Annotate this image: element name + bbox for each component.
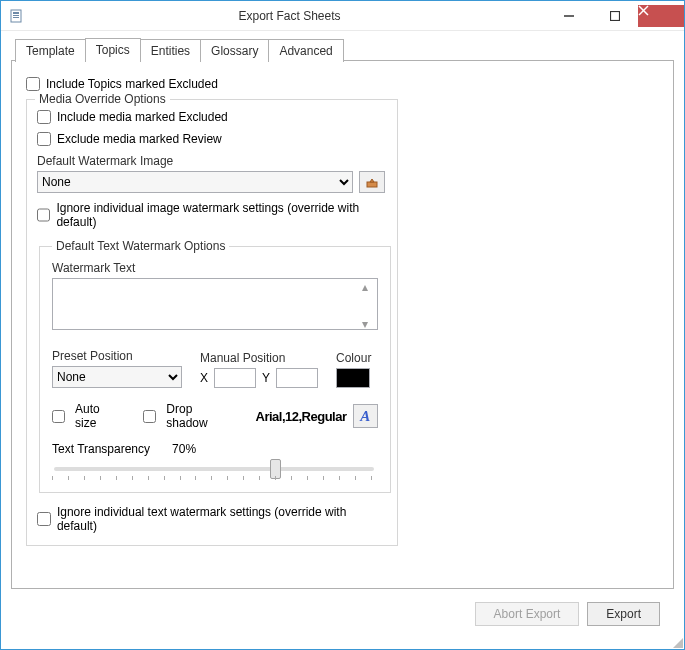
titlebar: Export Fact Sheets: [1, 1, 684, 31]
watermark-text-label: Watermark Text: [52, 261, 378, 275]
exclude-media-review-checkbox[interactable]: [37, 132, 51, 146]
svg-rect-2: [13, 15, 19, 16]
tab-page-topics: Include Topics marked Excluded Media Ove…: [11, 60, 674, 589]
auto-size-checkbox[interactable]: [52, 410, 65, 423]
exclude-media-review-label: Exclude media marked Review: [57, 132, 222, 146]
watermark-image-select[interactable]: None: [37, 171, 353, 193]
include-media-excluded-checkbox[interactable]: [37, 110, 51, 124]
tab-entities[interactable]: Entities: [140, 39, 201, 62]
media-override-title: Media Override Options: [35, 92, 170, 106]
svg-rect-1: [13, 12, 19, 14]
close-button[interactable]: [638, 5, 684, 27]
include-media-excluded-label: Include media marked Excluded: [57, 110, 228, 124]
tabstrip: Template Topics Entities Glossary Advanc…: [15, 37, 674, 60]
include-topics-excluded-label: Include Topics marked Excluded: [46, 77, 218, 91]
tab-advanced[interactable]: Advanced: [268, 39, 343, 62]
preset-position-select[interactable]: None: [52, 366, 182, 388]
export-window: Export Fact Sheets Template Topics Entit…: [0, 0, 685, 650]
manual-y-input[interactable]: [276, 368, 318, 388]
maximize-button[interactable]: [592, 5, 638, 27]
svg-rect-8: [367, 182, 377, 187]
tab-topics[interactable]: Topics: [85, 38, 141, 61]
font-preview-label: Arial,12,Regular: [256, 409, 347, 424]
minimize-button[interactable]: [546, 5, 592, 27]
ignore-image-watermark-checkbox[interactable]: [37, 208, 50, 222]
abort-export-button[interactable]: Abort Export: [475, 602, 580, 626]
transparency-label: Text Transparency: [52, 442, 150, 456]
drop-shadow-checkbox[interactable]: [143, 410, 156, 423]
resize-grip[interactable]: [671, 636, 683, 648]
x-label: X: [200, 371, 208, 385]
export-button[interactable]: Export: [587, 602, 660, 626]
colour-swatch[interactable]: [336, 368, 370, 388]
window-buttons: [546, 5, 684, 27]
ignore-text-watermark-label: Ignore individual text watermark setting…: [57, 505, 387, 533]
text-watermark-group: Default Text Watermark Options Watermark…: [39, 239, 391, 493]
manual-x-input[interactable]: [214, 368, 256, 388]
ignore-image-watermark-label: Ignore individual image watermark settin…: [56, 201, 387, 229]
svg-rect-3: [13, 17, 19, 18]
font-picker-button[interactable]: A: [353, 404, 378, 428]
drop-shadow-label: Drop shadow: [166, 402, 235, 430]
transparency-value: 70%: [172, 442, 196, 456]
manual-position-label: Manual Position: [200, 351, 318, 365]
media-override-group: Media Override Options Include media mar…: [26, 99, 398, 546]
svg-rect-5: [611, 11, 620, 20]
tab-template[interactable]: Template: [15, 39, 86, 62]
y-label: Y: [262, 371, 270, 385]
colour-label: Colour: [336, 351, 371, 365]
ignore-text-watermark-checkbox[interactable]: [37, 512, 51, 526]
client-area: Template Topics Entities Glossary Advanc…: [1, 31, 684, 649]
text-watermark-title: Default Text Watermark Options: [52, 239, 229, 253]
app-icon: [9, 8, 25, 24]
auto-size-label: Auto size: [75, 402, 123, 430]
textarea-scroll-up-icon[interactable]: ▴: [362, 280, 376, 294]
textarea-scroll-down-icon[interactable]: ▾: [362, 317, 376, 331]
watermark-image-browse-button[interactable]: [359, 171, 385, 193]
window-title: Export Fact Sheets: [33, 9, 546, 23]
tab-glossary[interactable]: Glossary: [200, 39, 269, 62]
footer: Abort Export Export: [11, 589, 674, 639]
transparency-slider[interactable]: [54, 467, 374, 471]
default-watermark-image-label: Default Watermark Image: [37, 154, 387, 168]
preset-position-label: Preset Position: [52, 349, 182, 363]
include-topics-excluded-checkbox[interactable]: [26, 77, 40, 91]
watermark-text-input[interactable]: [52, 278, 378, 330]
